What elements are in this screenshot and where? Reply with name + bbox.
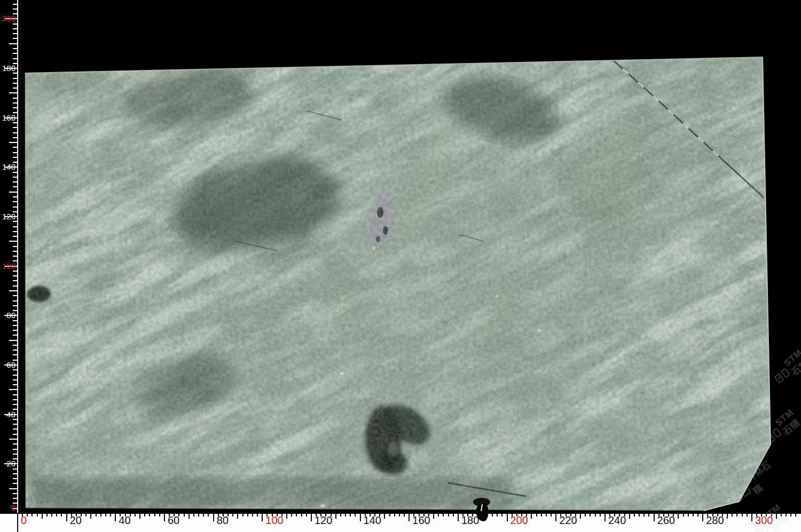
slab-chip — [0, 0, 801, 532]
slab-measurement-view: 020406080100120140160180200 020406080100… — [0, 0, 801, 532]
